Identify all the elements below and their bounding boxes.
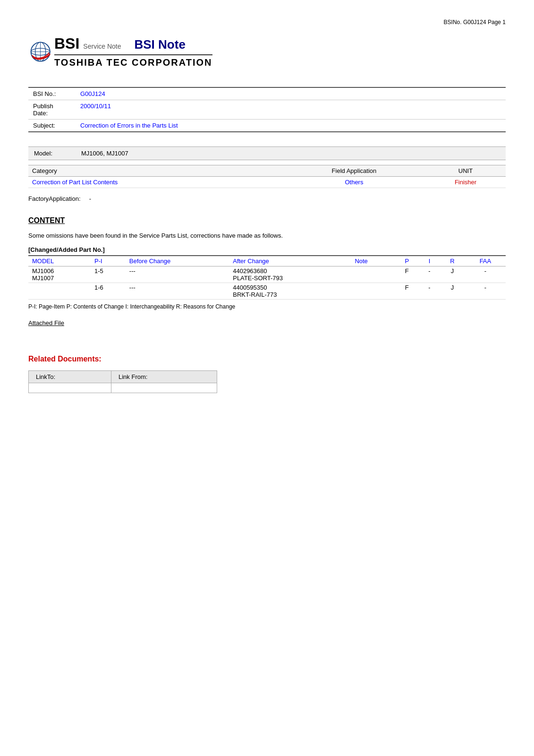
company-name: TOSHIBA TEC CORPORATION: [54, 57, 212, 68]
col-pi: P-I: [91, 256, 126, 266]
parts-note-1: [351, 266, 394, 283]
service-note-label: Service Note: [83, 43, 121, 50]
related-docs-section: Related Documents: LinkTo: Link From:: [28, 355, 506, 393]
related-docs-heading: Related Documents:: [28, 355, 506, 363]
content-text: Some omissions have been found in the Se…: [28, 232, 506, 239]
parts-model-1: MJ1006MJ1007: [28, 266, 91, 283]
model-label: Model:: [28, 147, 76, 160]
col-model: MODEL: [28, 256, 91, 266]
col-note: Note: [351, 256, 394, 266]
parts-pi-2: 1-6: [91, 283, 126, 300]
parts-table-header: MODEL P-I Before Change After Change Not…: [28, 256, 506, 266]
col-r: R: [440, 256, 465, 266]
publish-date-row: PublishDate: 2000/10/11: [28, 100, 506, 120]
info-table: BSI No.: G00J124 PublishDate: 2000/10/11…: [28, 87, 506, 132]
bsi-note-label: BSI Note: [135, 37, 186, 52]
col-before: Before Change: [126, 256, 229, 266]
related-table-row: [29, 383, 217, 393]
link-to-value: [29, 383, 111, 393]
publish-date-value: 2000/10/11: [76, 100, 506, 120]
footnote: P-I: Page-Item P: Contents of Change I: …: [28, 303, 506, 310]
parts-after-2: 4400595350BRKT-RAIL-773: [229, 283, 351, 300]
bsi-no-label: BSI No.:: [28, 87, 76, 100]
parts-row-1: MJ1006MJ1007 1-5 --- 4402963680PLATE-SOR…: [28, 266, 506, 283]
parts-p-2: F: [395, 283, 419, 300]
category-col2-value: Others: [283, 177, 425, 188]
category-col3-header: UNIT: [425, 165, 506, 177]
parts-before-2: ---: [126, 283, 229, 300]
link-from-value: [111, 383, 217, 393]
parts-note-2: [351, 283, 394, 300]
parts-r-1: J: [440, 266, 465, 283]
category-table: Category Field Application UNIT Correcti…: [28, 165, 506, 188]
logo-area: BSI Service Note BSI Note TOSHIBA TEC CO…: [28, 35, 506, 73]
parts-section-title: [Changed/Added Part No.]: [28, 246, 506, 253]
col-i: I: [419, 256, 440, 266]
model-value: MJ1006, MJ1007: [76, 147, 506, 160]
parts-i-1: -: [419, 266, 440, 283]
col-faa: FAA: [465, 256, 506, 266]
content-section: CONTENT Some omissions have been found i…: [28, 216, 506, 341]
parts-before-1: ---: [126, 266, 229, 283]
link-to-header: LinkTo:: [29, 371, 111, 383]
parts-i-2: -: [419, 283, 440, 300]
category-col3-value: Finisher: [425, 177, 506, 188]
bsi-logo-text: BSI: [54, 35, 79, 52]
parts-faa-1: -: [465, 266, 506, 283]
category-header-row: Category Field Application UNIT: [28, 165, 506, 177]
category-data-row: Correction of Part List Contents Others …: [28, 177, 506, 188]
factory-application: FactoryApplication: -: [28, 195, 506, 202]
factory-app-label: FactoryApplication:: [28, 195, 81, 202]
parts-r-2: J: [440, 283, 465, 300]
parts-faa-2: -: [465, 283, 506, 300]
category-col1-value: Correction of Part List Contents: [28, 177, 283, 188]
subject-label: Subject:: [28, 120, 76, 132]
parts-table: MODEL P-I Before Change After Change Not…: [28, 255, 506, 300]
parts-model-2: [28, 283, 91, 300]
header-meta: BSINo. G00J124 Page 1: [28, 19, 506, 26]
attached-file-link[interactable]: Attached File: [28, 319, 64, 326]
logo-section: BSI Service Note BSI Note TOSHIBA TEC CO…: [54, 35, 222, 68]
parts-p-1: F: [395, 266, 419, 283]
bsi-no-row: BSI No.: G00J124: [28, 87, 506, 100]
subject-row: Subject: Correction of Errors in the Par…: [28, 120, 506, 132]
category-col1-header: Category: [28, 165, 283, 177]
parts-pi-1: 1-5: [91, 266, 126, 283]
category-col2-header: Field Application: [283, 165, 425, 177]
bsi-no-value: G00J124: [76, 87, 506, 100]
link-from-header: Link From:: [111, 371, 217, 383]
bsi-page-info: BSINo. G00J124 Page 1: [444, 19, 506, 26]
factory-app-value: -: [89, 195, 91, 202]
model-table: Model: MJ1006, MJ1007: [28, 146, 506, 160]
parts-after-1: 4402963680PLATE-SORT-793: [229, 266, 351, 283]
publish-date-label: PublishDate:: [28, 100, 76, 120]
content-heading: CONTENT: [28, 216, 506, 225]
subject-value: Correction of Errors in the Parts List: [76, 120, 506, 132]
parts-row-2: 1-6 --- 4400595350BRKT-RAIL-773 F - J -: [28, 283, 506, 300]
globe-icon: [28, 39, 54, 65]
col-p: P: [395, 256, 419, 266]
col-after: After Change: [229, 256, 351, 266]
model-row: Model: MJ1006, MJ1007: [28, 147, 506, 160]
related-table-header: LinkTo: Link From:: [29, 371, 217, 383]
related-docs-table: LinkTo: Link From:: [28, 370, 217, 393]
